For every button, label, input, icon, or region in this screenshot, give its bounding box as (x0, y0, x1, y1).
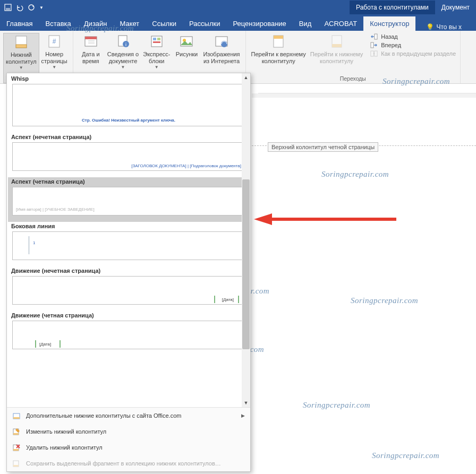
goto-header-button[interactable]: Перейти к верхнему колонтитулу (249, 33, 308, 74)
svg-rect-42 (13, 465, 19, 467)
delete-footer-label: Удалить нижний колонтитул (26, 444, 103, 451)
gallery-item-title: Whisp (9, 74, 248, 84)
link-previous-label: Как в предыдущем разделе (381, 50, 456, 57)
gallery-item-preview: Стр. Ошибка! Неизвестный аргумент ключа. (12, 84, 245, 126)
delete-footer[interactable]: Удалить нижний колонтитул (7, 439, 250, 455)
svg-rect-15 (153, 38, 156, 40)
horizontal-ruler[interactable] (258, 84, 476, 93)
doc-info-icon: i (116, 34, 131, 49)
nav-back-label: Назад (381, 33, 398, 40)
goto-footer-button: Перейти к нижнему колонтитулу (308, 33, 365, 74)
scrollbar-thumb[interactable] (242, 179, 250, 349)
group-navigation: Перейти к верхнему колонтитулу Перейти к… (246, 31, 461, 83)
gallery-item-title: Движение (четная страница) (9, 311, 248, 321)
repeat-icon[interactable] (28, 4, 35, 11)
contextual-tab-header[interactable]: Работа с колонтитулами (350, 1, 435, 14)
tab-constructor[interactable]: Конструктор (363, 16, 415, 31)
gallery-item[interactable]: Боковая линия1 (8, 222, 249, 266)
page-gap (252, 93, 476, 98)
preview-text: [Дата] (222, 297, 234, 302)
svg-rect-4 (16, 45, 27, 48)
link-previous-button: Как в предыдущем разделе (370, 50, 456, 57)
tab-home[interactable]: Главная (0, 16, 39, 31)
navigation-group-label: Переходы (246, 74, 460, 83)
qat-customize-icon[interactable]: ▼ (39, 5, 44, 10)
link-previous-icon (370, 50, 378, 57)
footer-icon (14, 35, 29, 49)
tab-insert[interactable]: Вставка (39, 16, 77, 31)
tab-view[interactable]: Вид (293, 16, 318, 31)
nav-back-button[interactable]: Назад (370, 33, 456, 40)
gallery-item-preview: [Имя автора] | [УЧЕБНОЕ ЗАВЕДЕНИЕ] (12, 187, 245, 216)
gallery-item[interactable]: Аспект (нечетная страница)[ЗАГОЛОВОК ДОК… (8, 133, 249, 177)
preview-text: [Дата] (39, 342, 51, 347)
quick-access-toolbar: ▼ (0, 4, 44, 11)
save-selection-icon (12, 459, 21, 468)
tab-references[interactable]: Ссылки (146, 16, 183, 31)
pictures-label: Рисунки (176, 51, 198, 58)
tab-mailings[interactable]: Рассылки (183, 16, 226, 31)
doc-info-label: Сведения о документе (107, 51, 139, 65)
gallery-item-preview: [ЗАГОЛОВОК ДОКУМЕНТА] | [Подзаголовок до… (12, 142, 245, 171)
tab-review[interactable]: Рецензирование (226, 16, 292, 31)
picture-icon (179, 34, 194, 49)
tell-me-search[interactable]: 💡 Что вы х (426, 23, 462, 31)
svg-rect-36 (13, 433, 19, 435)
save-icon[interactable] (4, 4, 12, 11)
preview-text: [Имя автора] | [УЧЕБНОЕ ЗАВЕДЕНИЕ] (16, 207, 95, 212)
online-pictures-label: Изображения из Интернета (203, 51, 240, 65)
scroll-up-icon[interactable]: ▲ (242, 73, 250, 82)
gallery-item-preview: [Дата] (12, 276, 245, 305)
watermark: Soringpcrepair.com (372, 451, 439, 460)
gallery-scrollbar[interactable]: ▲ ▼ (242, 73, 250, 407)
tell-me-label: Что вы х (436, 23, 462, 31)
preview-text: 1 (33, 240, 35, 245)
gallery-item-preview: 1 (12, 231, 245, 260)
chevron-right-icon: ▶ (241, 413, 245, 418)
previous-icon (370, 33, 378, 40)
delete-footer-icon (12, 443, 21, 452)
goto-footer-icon (329, 34, 344, 49)
gallery-item[interactable]: Аспект (четная страница)[Имя автора] | [… (8, 177, 249, 222)
watermark: Soringpcrepair.com (351, 296, 418, 305)
quick-parts-icon (149, 34, 164, 49)
watermark: Soringpcrepair.com (321, 170, 389, 179)
svg-point-21 (221, 41, 227, 47)
next-icon (370, 41, 378, 49)
more-footers-office[interactable]: Дополнительные нижние колонтитулы с сайт… (7, 408, 250, 424)
edit-footer[interactable]: Изменить нижний колонтитул (7, 424, 250, 439)
online-pictures-icon (214, 34, 229, 49)
watermark: Soringpcrepair.com (303, 401, 370, 410)
goto-header-label: Перейти к верхнему колонтитулу (251, 51, 306, 65)
svg-rect-29 (375, 51, 377, 56)
title-bar: ▼ Работа с колонтитулами Документ (0, 0, 476, 15)
gallery-item[interactable]: WhispСтр. Ошибка! Неизвестный аргумент к… (8, 74, 249, 133)
svg-rect-23 (274, 36, 283, 39)
scroll-down-icon[interactable]: ▼ (242, 399, 250, 407)
edit-footer-icon (12, 427, 21, 436)
gallery-footer: Дополнительные нижние колонтитулы с сайт… (7, 407, 250, 471)
goto-footer-label: Перейти к нижнему колонтитулу (310, 51, 363, 65)
ribbon-tabs: Главная Вставка Дизайн Макет Ссылки Расс… (0, 15, 476, 31)
undo-icon[interactable] (16, 4, 23, 11)
nav-forward-label: Вперед (381, 42, 401, 48)
svg-marker-32 (254, 213, 272, 225)
chevron-down-icon: ▼ (52, 65, 56, 70)
footer-button-label: Нижний колонтитул (6, 51, 37, 65)
gallery-item[interactable]: Движение (четная страница)[Дата] (8, 311, 249, 356)
nav-forward-button[interactable]: Вперед (370, 41, 456, 49)
svg-rect-34 (13, 417, 20, 419)
edit-footer-label: Изменить нижний колонтитул (26, 428, 106, 435)
preview-text: Стр. Ошибка! Неизвестный аргумент ключа. (82, 118, 175, 123)
svg-text:i: i (125, 42, 126, 47)
chevron-down-icon: ▼ (121, 65, 125, 70)
save-selection-label: Сохранить выделенный фрагмент в коллекци… (26, 460, 221, 467)
page-number-label: Номер страницы (41, 51, 67, 65)
gallery-item-preview: [Дата] (12, 321, 245, 349)
tab-acrobat[interactable]: ACROBAT (318, 16, 363, 31)
tab-layout[interactable]: Макет (114, 16, 146, 31)
tab-design[interactable]: Дизайн (78, 16, 114, 31)
document-title: Документ (435, 1, 476, 14)
quick-parts-label: Экспресс- блоки (143, 51, 170, 65)
gallery-item[interactable]: Движение (нечетная страница)[Дата] (8, 266, 249, 311)
